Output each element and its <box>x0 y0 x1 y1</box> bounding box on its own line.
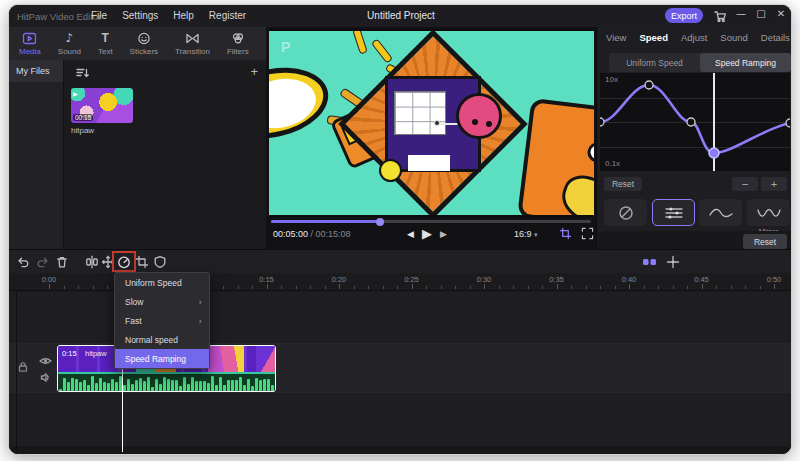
lock-icon[interactable] <box>17 361 29 373</box>
auto-ripple-icon[interactable] <box>642 256 657 268</box>
tab-stickers[interactable]: Stickers <box>130 32 158 56</box>
submenu-arrow-icon: › <box>198 316 202 326</box>
add-media-button[interactable]: + <box>250 64 258 79</box>
tab-transition[interactable]: Transition <box>175 32 210 56</box>
add-point-button[interactable]: + <box>761 177 787 191</box>
menu-register[interactable]: Register <box>209 10 246 21</box>
sticker-badge-icon[interactable] <box>153 255 167 269</box>
tab-details[interactable]: Details <box>761 32 790 43</box>
ruler-tick <box>252 286 253 289</box>
ruler-label: 0:30 <box>477 275 492 284</box>
ruler-tick <box>397 286 398 289</box>
menu-item-speed-ramping[interactable]: Speed Ramping <box>115 349 209 368</box>
maximize-button[interactable]: □ <box>753 8 769 19</box>
highlight-red-box <box>112 251 136 272</box>
clip-name: hitpaw <box>85 349 107 358</box>
text-icon: T <box>102 32 109 45</box>
eye-icon[interactable] <box>39 356 52 366</box>
waveform-bar <box>71 378 74 392</box>
thumbnail-name: hitpaw <box>71 126 94 135</box>
aspect-ratio-dropdown[interactable]: 16:9 ▾ <box>514 229 538 239</box>
properties-tabbar: View Speed Adjust Sound Details <box>606 32 790 43</box>
menu-item-slow[interactable]: Slow› <box>115 292 209 311</box>
trash-icon[interactable] <box>55 255 69 269</box>
waveform-bar <box>207 383 210 392</box>
ruler-label: 0:25 <box>404 275 419 284</box>
mode-speed-ramping[interactable]: Speed Ramping <box>700 53 791 72</box>
tab-view[interactable]: View <box>606 32 626 43</box>
menu-file[interactable]: File <box>91 10 107 21</box>
tab-sound[interactable]: ♪ Sound <box>58 32 81 56</box>
preset-none-button[interactable] <box>604 199 647 226</box>
video-viewport[interactable]: P <box>269 29 594 217</box>
tab-adjust[interactable]: Adjust <box>681 32 707 43</box>
ruler-tick <box>339 284 340 289</box>
speed-context-menu: Uniform Speed Slow› Fast› Normal speed S… <box>114 272 210 369</box>
sort-icon[interactable] <box>76 67 89 79</box>
media-thumbnail-hitpaw[interactable]: ▶ 00:15 <box>71 88 133 123</box>
redo-icon[interactable] <box>35 255 49 269</box>
tab-media[interactable]: Media <box>19 32 41 56</box>
ramping-reset-button[interactable]: Reset <box>743 234 787 249</box>
export-button[interactable]: Export <box>665 8 703 23</box>
close-button[interactable]: ✕ <box>773 8 789 19</box>
curve-reset-button[interactable]: Reset <box>604 177 642 191</box>
crop-icon[interactable] <box>135 255 149 269</box>
tab-speed[interactable]: Speed <box>639 32 668 43</box>
preview-progress-bar[interactable] <box>271 220 591 223</box>
progress-handle[interactable] <box>376 218 384 226</box>
tab-sound-label: Sound <box>58 47 81 56</box>
menu-help[interactable]: Help <box>173 10 194 21</box>
curve-point-end[interactable] <box>786 119 790 127</box>
preset-mirror-button[interactable] <box>747 199 790 226</box>
split-icon[interactable] <box>85 255 99 269</box>
remove-point-button[interactable]: − <box>732 177 758 191</box>
ruler-tick <box>93 286 94 289</box>
speed-curve-graph[interactable]: 10x 0.1x <box>600 73 790 171</box>
menu-item-normal-speed[interactable]: Normal speed <box>115 330 209 349</box>
preset-curve-button[interactable] <box>699 199 742 226</box>
curve-point[interactable] <box>687 118 695 126</box>
menu-item-uniform-speed[interactable]: Uniform Speed <box>115 273 209 292</box>
tab-text[interactable]: T Text <box>98 32 113 56</box>
submenu-arrow-icon: › <box>198 297 202 307</box>
sidebar-item-my-files[interactable]: My Files <box>9 60 63 82</box>
undo-icon[interactable] <box>17 255 31 269</box>
prev-frame-button[interactable]: ◀ <box>407 229 414 239</box>
preset-custom-button[interactable] <box>652 199 695 226</box>
mode-uniform-speed[interactable]: Uniform Speed <box>609 53 700 72</box>
play-overlay-icon: ▶ <box>73 90 78 97</box>
waveform-bar <box>143 381 146 392</box>
tab-text-label: Text <box>98 47 113 56</box>
waveform-bar <box>79 382 82 392</box>
menu-item-fast[interactable]: Fast› <box>115 311 209 330</box>
menu-settings[interactable]: Settings <box>122 10 158 21</box>
aspect-ratio-value: 16:9 <box>514 229 532 239</box>
add-keyframe-icon[interactable] <box>666 255 680 269</box>
waveform-bar <box>219 377 222 392</box>
clip-audio-waveform <box>58 374 276 392</box>
tab-stickers-label: Stickers <box>130 47 158 56</box>
waveform-bar <box>127 379 130 392</box>
play-button[interactable]: ▶ <box>422 226 432 241</box>
track-row-3[interactable] <box>9 395 792 446</box>
ruler-tick <box>513 286 514 289</box>
ruler-tick <box>49 284 50 289</box>
crop-preview-icon[interactable] <box>559 227 572 240</box>
tab-sound[interactable]: Sound <box>720 32 747 43</box>
curve-point-selected[interactable] <box>709 148 719 158</box>
audio-mute-icon[interactable] <box>40 372 51 383</box>
next-frame-button[interactable]: ▶ <box>440 229 447 239</box>
cart-icon[interactable] <box>713 9 727 23</box>
minimize-button[interactable]: — <box>733 8 749 19</box>
waveform-bar <box>199 381 202 392</box>
fullscreen-icon[interactable] <box>581 227 594 240</box>
ruler-label: 0:50 <box>767 275 782 284</box>
ruler-tick <box>223 286 224 289</box>
curve-point-start[interactable] <box>600 118 604 126</box>
tab-filters[interactable]: Filters <box>227 32 249 56</box>
watermark-logo: P <box>281 39 290 55</box>
speed-curve[interactable] <box>600 85 790 153</box>
curve-point[interactable] <box>645 81 653 89</box>
ruler-tick <box>296 286 297 289</box>
